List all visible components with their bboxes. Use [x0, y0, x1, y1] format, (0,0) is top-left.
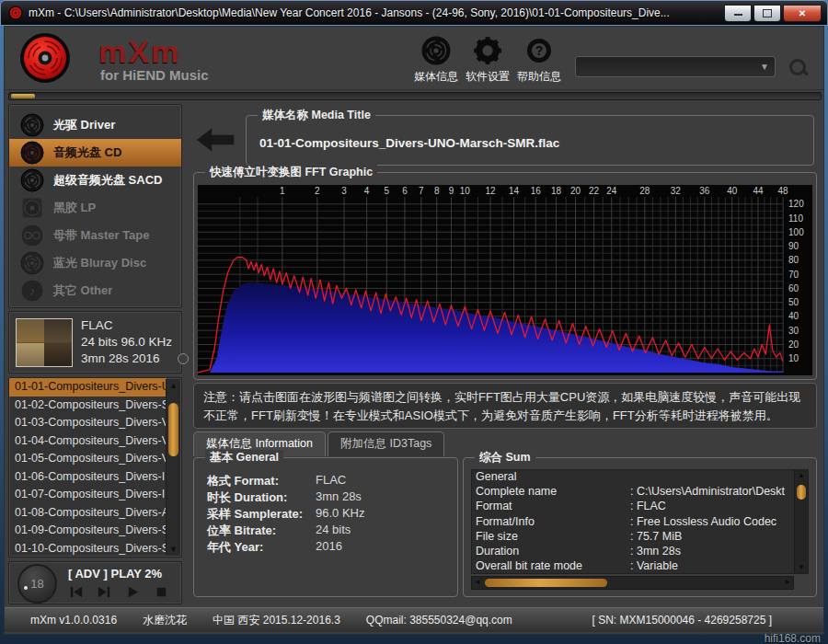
svg-text:32: 32 [671, 186, 681, 196]
info-value: FLAC [316, 473, 346, 489]
fft-spectrum-chart: 1234567891012141618202224283236404448120… [198, 185, 812, 375]
playback-panel: 18 [ ADV ] PLAY 2% [8, 561, 182, 604]
scroll-up-icon[interactable]: ▲ [167, 379, 180, 392]
seek-thumb[interactable] [11, 94, 35, 98]
sidebar-item[interactable]: ♪其它 Other [9, 277, 181, 305]
next-track-button[interactable] [97, 584, 112, 600]
media-info-disc-icon [408, 34, 465, 67]
sidebar-item[interactable]: 音频光盘 CD [9, 139, 181, 167]
svg-text:48: 48 [778, 186, 788, 196]
sidebar-item-label: 超级音频光盘 SACD [53, 172, 162, 189]
volume-knob[interactable]: 18 [17, 564, 57, 604]
album-bits-rate: 24 bits 96.0 KHz [81, 334, 172, 351]
scroll-down-icon[interactable]: ▼ [795, 562, 808, 573]
settings-tool[interactable]: 软件设置 [459, 34, 516, 85]
scroll-down-icon[interactable]: ▼ [167, 543, 180, 556]
general-info-row: 时长 Duration:3mn 28s [207, 489, 450, 506]
title-bar[interactable]: mXm - C:\Users\Administrator\Desktop\Med… [0, 0, 828, 26]
svg-text:10: 10 [788, 353, 799, 363]
general-info-box: 基本 General 格式 Format:FLAC时长 Duration:3mn… [193, 457, 458, 597]
sum-vertical-scrollbar[interactable]: ▲ ▼ [794, 470, 808, 573]
sidebar-item-label: 光驱 Driver [53, 117, 115, 133]
scroll-left-icon[interactable]: ◄ [472, 577, 483, 589]
track-row[interactable]: 01-02-Compositeurs_Divers-S [9, 397, 167, 415]
status-bar: mXm v1.0.0.0316水磨沈花中国 西安 2015.12-2016.3Q… [5, 607, 823, 632]
sidebar-item[interactable]: 超级音频光盘 SACD [9, 167, 181, 194]
stop-button[interactable] [154, 584, 169, 600]
play-button[interactable] [125, 584, 141, 600]
track-row[interactable]: 01-06-Compositeurs_Divers-I [9, 468, 167, 487]
help-tool[interactable]: ? 帮助信息 [511, 34, 568, 85]
sidebar-item-label: 其它 Other [53, 282, 112, 299]
back-arrow-icon[interactable] [194, 122, 238, 157]
track-row[interactable]: 01-08-Compositeurs_Divers-A [9, 504, 167, 523]
tab-id3tags[interactable]: 附加信息 ID3Tags [328, 431, 444, 456]
track-row[interactable]: 01-09-Compositeurs_Divers-S [9, 522, 167, 540]
mediainfo-key: Complete name [476, 485, 630, 500]
svg-text:1: 1 [280, 186, 285, 196]
track-row[interactable]: 01-04-Compositeurs_Divers-V [9, 432, 167, 451]
cd-disc-icon [20, 141, 44, 165]
sidebar-item[interactable]: 蓝光 Bluray Disc [9, 249, 181, 277]
mediainfo-value: : 75.7 MiB [630, 530, 682, 545]
status-item: 中国 西安 2015.12-2016.3 [213, 613, 340, 628]
knob-marker-dot [24, 586, 28, 590]
previous-track-button[interactable] [68, 584, 84, 600]
mediainfo-sum-list[interactable]: GeneralComplete name: C:\Users\Administr… [471, 469, 809, 574]
minimize-button[interactable] [724, 5, 752, 22]
status-item: mXm v1.0.0.0316 [30, 614, 117, 627]
media-info-tool[interactable]: 媒体信息 [408, 34, 465, 85]
sidebar-item[interactable]: 光驱 Driver [9, 111, 181, 139]
maximize-button[interactable] [753, 5, 781, 22]
window-frame: mXm - C:\Users\Administrator\Desktop\Med… [0, 0, 828, 644]
sidebar-item[interactable]: 母带 Master Tape [9, 222, 181, 249]
sum-horizontal-scrollbar[interactable]: ◄ ► [471, 576, 794, 590]
general-info-row: 格式 Format:FLAC [207, 473, 450, 489]
track-scrollbar[interactable]: ▲ ▼ [166, 379, 180, 556]
panel-splitter-handle[interactable] [178, 353, 189, 364]
album-meta: FLAC 24 bits 96.0 KHz 3mn 28s 2016 [81, 317, 172, 367]
seek-bar[interactable] [8, 92, 822, 100]
search-dropdown[interactable]: ▼ [575, 56, 776, 77]
track-scroll-thumb[interactable] [168, 403, 178, 456]
info-value: 2016 [316, 539, 342, 556]
sum-hscroll-thumb[interactable] [485, 579, 607, 587]
track-row[interactable]: 01-03-Compositeurs_Divers-V [9, 414, 167, 432]
maximize-icon [763, 9, 772, 17]
album-art [16, 318, 73, 367]
mediainfo-value: : C:\Users\Administrator\Deskt [630, 485, 785, 500]
mediainfo-value: : Free Lossless Audio Codec [630, 515, 776, 530]
track-row[interactable]: 01-01-Compositeurs_Divers-U [9, 378, 167, 397]
sidebar-item[interactable]: 黑胶 LP [9, 194, 181, 222]
sidebar-item-label: 黑胶 LP [53, 200, 96, 216]
info-value: 3mn 28s [316, 489, 362, 506]
track-row[interactable]: 01-07-Compositeurs_Divers-I [9, 486, 167, 504]
scroll-up-icon[interactable]: ▲ [795, 470, 808, 481]
close-button[interactable]: ✕ [783, 5, 822, 22]
scroll-right-icon[interactable]: ► [782, 577, 793, 589]
sum-legend: 综合 Sum [475, 450, 535, 466]
drive-disc-icon [20, 113, 44, 137]
track-row[interactable]: 01-05-Compositeurs_Divers-V [9, 450, 167, 468]
mediainfo-value: : Variable [630, 559, 678, 574]
svg-text:100: 100 [788, 227, 804, 237]
app-body: mXm for HiEND Music 媒体信息 [4, 26, 824, 635]
settings-gear-icon [459, 34, 516, 67]
app-disc-icon [8, 6, 23, 20]
close-icon: ✕ [799, 8, 806, 18]
brand-title: mXm [98, 34, 180, 70]
fft-plot[interactable]: 1234567891012141618202224283236404448120… [197, 184, 813, 376]
sum-vscroll-thumb[interactable] [797, 485, 806, 500]
search-icon[interactable] [788, 58, 809, 78]
track-row[interactable]: 01-10-Compositeurs_Divers-S [9, 540, 167, 558]
other-note-icon: ♪ [20, 279, 44, 303]
sum-info-box: 综合 Sum GeneralComplete name: C:\Users\Ad… [463, 457, 817, 597]
svg-text:60: 60 [788, 283, 799, 293]
mediainfo-key: Duration [476, 545, 630, 559]
svg-text:3: 3 [341, 186, 347, 196]
album-panel: FLAC 24 bits 96.0 KHz 3mn 28s 2016 [8, 311, 182, 374]
svg-text:18: 18 [551, 186, 561, 196]
chevron-down-icon: ▼ [760, 62, 769, 72]
media-info-label: 媒体信息 [408, 69, 465, 85]
general-info-row: 年代 Year:2016 [207, 539, 450, 556]
